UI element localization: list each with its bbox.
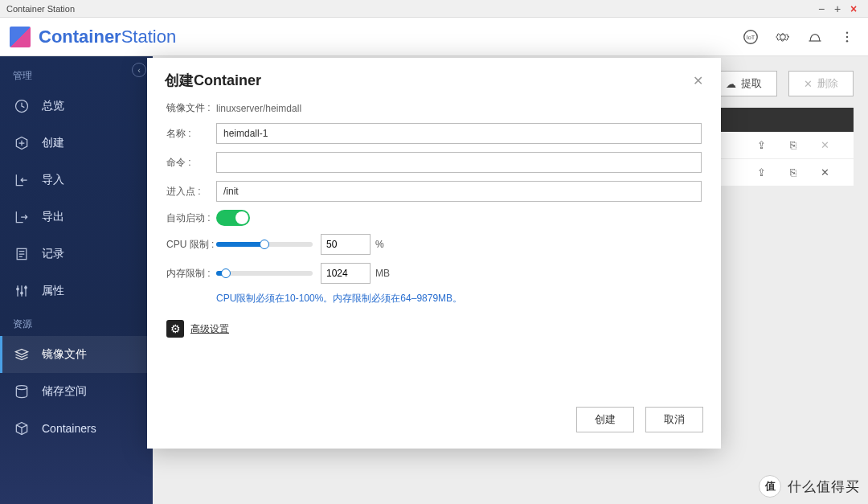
command-label: 命令 : — [166, 156, 216, 170]
iot-icon[interactable]: IoT — [739, 26, 762, 48]
autostart-toggle[interactable] — [216, 210, 250, 226]
activity-icon[interactable] — [804, 26, 826, 48]
advanced-settings-link[interactable]: ⚙ 高级设置 — [166, 320, 702, 338]
entrypoint-label: 进入点 : — [166, 185, 216, 199]
watermark-icon: 值 — [759, 475, 781, 498]
create-container-modal: 创建Container ✕ 镜像文件 : linuxserver/heimdal… — [147, 58, 721, 449]
more-icon[interactable] — [836, 26, 858, 48]
limits-hint: CPU限制必须在10-100%。内存限制必须在64–9879MB。 — [216, 292, 702, 305]
svg-point-2 — [846, 31, 848, 33]
name-label: 名称 : — [166, 127, 216, 141]
cpu-input[interactable] — [321, 234, 371, 255]
brand-bold: Container — [39, 27, 121, 47]
entrypoint-input[interactable] — [216, 181, 702, 202]
memory-slider[interactable] — [216, 271, 313, 276]
app-brand: ContainerStation — [39, 27, 176, 47]
window-minimize-button[interactable]: − — [813, 2, 829, 15]
window-maximize-button[interactable]: + — [829, 2, 845, 15]
cpu-label: CPU 限制 : — [166, 238, 216, 252]
image-label: 镜像文件 : — [166, 101, 216, 115]
svg-text:IoT: IoT — [747, 33, 755, 40]
image-value: linuxserver/heimdall — [216, 103, 301, 114]
window-title: Container Station — [6, 4, 813, 14]
app-logo-icon — [10, 27, 31, 47]
cancel-button[interactable]: 取消 — [645, 407, 703, 432]
modal-title: 创建Container — [165, 71, 261, 90]
advanced-settings-label: 高级设置 — [190, 322, 229, 336]
window-close-button[interactable]: × — [845, 2, 862, 15]
autostart-label: 自动启动 : — [166, 211, 216, 225]
gear-icon: ⚙ — [166, 320, 184, 338]
memory-input[interactable] — [321, 263, 371, 284]
modal-overlay: 创建Container ✕ 镜像文件 : linuxserver/heimdal… — [0, 56, 868, 504]
brand-thin: Station — [121, 27, 177, 47]
cpu-unit: % — [375, 239, 384, 250]
command-input[interactable] — [216, 152, 702, 173]
watermark-text: 什么值得买 — [788, 477, 860, 496]
watermark: 值 什么值得买 — [759, 475, 860, 498]
memory-label: 内存限制 : — [166, 267, 216, 281]
memory-unit: MB — [375, 268, 390, 279]
modal-close-button[interactable]: ✕ — [693, 73, 703, 88]
name-input[interactable] — [216, 123, 702, 144]
create-button[interactable]: 创建 — [576, 407, 634, 432]
svg-point-3 — [846, 35, 848, 37]
os-titlebar: Container Station − + × — [0, 0, 868, 18]
svg-point-4 — [846, 40, 848, 42]
cpu-slider[interactable] — [216, 242, 313, 247]
app-topbar: ContainerStation IoT — [0, 18, 868, 56]
settings-icon[interactable] — [772, 26, 794, 48]
